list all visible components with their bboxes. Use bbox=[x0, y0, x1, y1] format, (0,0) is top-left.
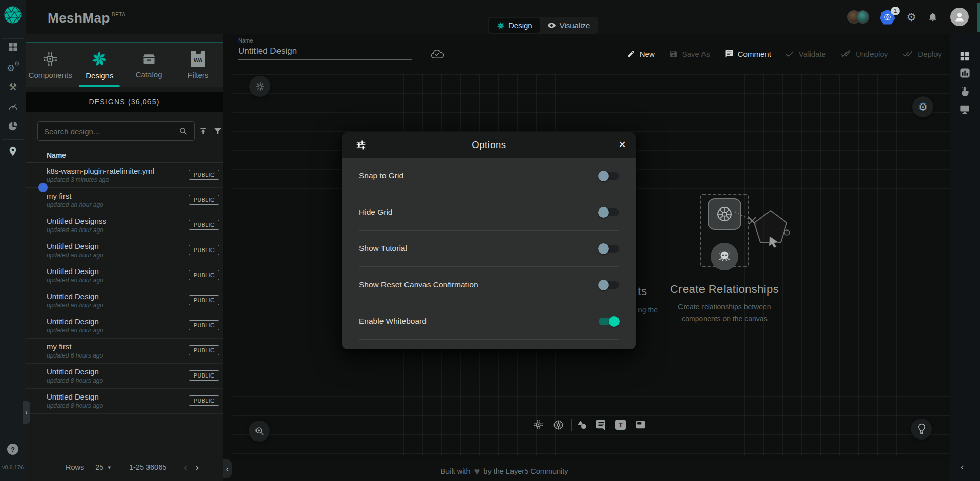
tab-designs[interactable]: Designs bbox=[75, 43, 124, 87]
visibility-badge: PUBLIC bbox=[189, 170, 219, 180]
person-icon bbox=[953, 11, 966, 23]
dock-component-icon[interactable] bbox=[532, 419, 544, 431]
wasm-filter-icon: WA bbox=[191, 51, 205, 67]
collaborator-presence-dot bbox=[38, 183, 48, 192]
analytics-panel-icon[interactable] bbox=[958, 67, 971, 79]
dock-text-icon[interactable]: T bbox=[614, 419, 627, 431]
show-tutorial-toggle[interactable] bbox=[599, 245, 619, 253]
design-row[interactable]: my first updated an hour ago PUBLIC bbox=[26, 188, 223, 213]
search-input[interactable] bbox=[37, 121, 195, 141]
right-rail-collapse-icon[interactable]: ‹ bbox=[961, 461, 964, 472]
design-row[interactable]: Untitled Design updated an hour ago PUBL… bbox=[26, 238, 223, 263]
option-row-snap-to-grid: Snap to Grid bbox=[359, 158, 619, 194]
close-icon[interactable]: × bbox=[619, 137, 626, 152]
configuration-tools-icon[interactable]: ⚒ bbox=[0, 79, 26, 95]
layer5-logo-icon[interactable] bbox=[3, 5, 23, 25]
design-row[interactable]: Untitled Design updated an hour ago PUBL… bbox=[26, 313, 223, 339]
app-version: v0.6.176 bbox=[0, 464, 26, 470]
comment-button[interactable]: Comment bbox=[725, 49, 771, 58]
eye-icon bbox=[547, 20, 557, 30]
sidebar-expand-handle[interactable]: › bbox=[23, 401, 30, 424]
header-right-cluster: 1 ⚙ bbox=[847, 0, 969, 34]
catalog-drawer-icon bbox=[141, 51, 157, 67]
enable-whiteboard-toggle[interactable] bbox=[599, 318, 619, 325]
import-design-icon[interactable] bbox=[199, 127, 208, 136]
air-balloon-icon bbox=[916, 423, 927, 435]
dock-kubernetes-icon[interactable] bbox=[552, 419, 564, 431]
help-button[interactable]: ? bbox=[7, 444, 18, 455]
meshmap-app: ⚙ ⚙ ⚒ ? v0.6.176 › MeshMap BETA bbox=[0, 0, 980, 481]
designs-panel: Components Designs bbox=[26, 34, 223, 481]
dashboard-icon[interactable] bbox=[0, 39, 26, 54]
design-row[interactable]: my first updated 6 hours ago PUBLIC bbox=[26, 339, 223, 364]
notifications-bell-icon[interactable] bbox=[928, 12, 938, 22]
tab-filters[interactable]: WA Filters bbox=[174, 43, 223, 87]
design-name: Untitled Designss bbox=[47, 217, 106, 225]
tab-filters-label: Filters bbox=[187, 71, 208, 79]
touch-interact-icon[interactable] bbox=[958, 85, 971, 97]
validate-button[interactable]: Validate bbox=[785, 50, 826, 58]
zoom-in-button[interactable] bbox=[249, 421, 270, 442]
reset-canvas-confirmation-toggle[interactable] bbox=[599, 281, 619, 289]
save-as-button[interactable]: Save As bbox=[669, 50, 710, 58]
design-row[interactable]: k8s-wasm-plugin-ratelimiter.yml updated … bbox=[26, 163, 223, 188]
dock-divider bbox=[571, 419, 572, 431]
design-name: my first bbox=[47, 342, 71, 351]
design-updated: updated an hour ago bbox=[47, 201, 103, 208]
canvas-settings-button[interactable]: ⚙ bbox=[912, 96, 933, 117]
canvas-actions-toolbar: New Save As Comment Validate Undeploy De… bbox=[627, 49, 942, 58]
canvas-quick-settings-button[interactable] bbox=[249, 76, 270, 97]
options-modal-header[interactable]: Options × bbox=[342, 132, 636, 158]
rows-per-page-select[interactable]: 25 bbox=[95, 463, 103, 471]
screen-share-icon[interactable] bbox=[958, 103, 971, 115]
design-name-input[interactable] bbox=[238, 45, 412, 60]
left-drawer-collapse-icon[interactable]: ‹ bbox=[223, 459, 232, 478]
collaborator-avatar-2[interactable] bbox=[856, 10, 869, 24]
design-row[interactable]: Untitled Designss updated an hour ago PU… bbox=[26, 213, 223, 238]
deploy-button[interactable]: Deploy bbox=[902, 50, 942, 58]
tab-visualize[interactable]: Visualize bbox=[540, 18, 598, 33]
design-row[interactable]: Untitled Design updated an hour ago PUBL… bbox=[26, 263, 223, 288]
footer-credit: Built with ♥ by the Layer5 Community bbox=[223, 461, 786, 481]
dock-shapes-icon[interactable] bbox=[576, 419, 588, 431]
settings-gear-icon[interactable]: ⚙ bbox=[906, 11, 917, 24]
tab-components[interactable]: Components bbox=[26, 43, 75, 87]
design-row[interactable]: Untitled Design updated 8 hours ago PUBL… bbox=[26, 389, 223, 414]
rail-divider bbox=[2, 139, 24, 140]
magnifier-plus-icon bbox=[254, 426, 265, 436]
new-button[interactable]: New bbox=[627, 50, 655, 58]
design-updated: updated 8 hours ago bbox=[47, 402, 103, 409]
next-page-button[interactable]: › bbox=[196, 462, 199, 473]
extensions-pie-icon[interactable] bbox=[0, 118, 26, 133]
prev-page-button[interactable]: ‹ bbox=[184, 462, 187, 473]
tab-components-label: Components bbox=[29, 71, 72, 79]
design-updated: updated 8 hours ago bbox=[47, 377, 103, 384]
undeploy-button[interactable]: Undeploy bbox=[840, 50, 888, 58]
option-row-show-tutorial: Show Tutorial bbox=[359, 231, 619, 267]
dock-comment-icon[interactable] bbox=[595, 419, 607, 431]
design-row[interactable]: Untitled Design updated an hour ago PUBL… bbox=[26, 288, 223, 313]
design-row[interactable]: Untitled Design updated 8 hours ago PUBL… bbox=[26, 364, 223, 389]
widgets-grid-icon[interactable] bbox=[958, 50, 971, 62]
hide-grid-toggle[interactable] bbox=[599, 208, 619, 216]
design-updated: updated an hour ago bbox=[47, 277, 103, 284]
publish-balloon-button[interactable] bbox=[911, 419, 932, 440]
user-avatar[interactable] bbox=[950, 8, 969, 26]
chevron-down-icon[interactable]: ▾ bbox=[108, 464, 111, 471]
filter-funnel-icon[interactable] bbox=[213, 127, 222, 136]
visibility-badge: PUBLIC bbox=[189, 320, 219, 330]
design-updated: updated an hour ago bbox=[47, 226, 103, 234]
lifecycle-gears-icon[interactable]: ⚙ ⚙ bbox=[0, 60, 26, 75]
page-range: 1-25 36065 bbox=[129, 463, 166, 471]
cloud-saved-icon bbox=[430, 48, 444, 59]
column-name-label: Name bbox=[47, 151, 66, 159]
tab-design[interactable]: Design bbox=[489, 18, 540, 33]
snap-to-grid-toggle[interactable] bbox=[599, 172, 619, 180]
k8s-context-switcher[interactable]: 1 bbox=[880, 10, 895, 25]
dock-media-icon[interactable] bbox=[634, 419, 647, 431]
performance-gauge-icon[interactable] bbox=[0, 98, 26, 114]
meshmap-pin-icon[interactable] bbox=[0, 143, 26, 159]
tab-catalog[interactable]: Catalog bbox=[124, 43, 174, 87]
search-icon[interactable] bbox=[179, 127, 188, 136]
app-footer: ‹ Built with ♥ by the Layer5 Community bbox=[223, 461, 950, 481]
